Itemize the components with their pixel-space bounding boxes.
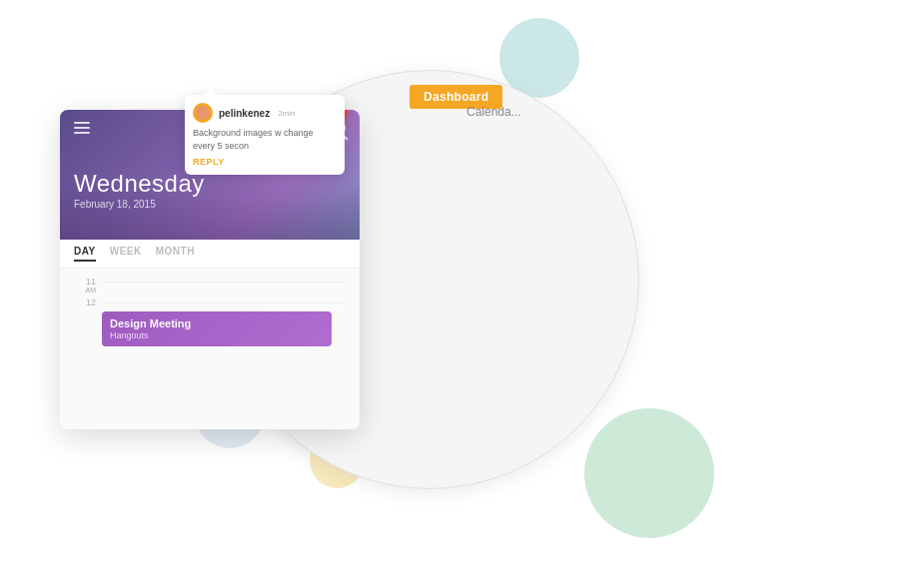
- date-full: February 18, 2015: [74, 199, 205, 210]
- calendar-body: 11 AM 12 Design Meeting Hangouts: [60, 269, 360, 429]
- event-subtitle: Hangouts: [110, 330, 324, 340]
- tab-day[interactable]: DAY: [74, 246, 96, 262]
- notif-avatar: [193, 103, 213, 123]
- time-line-11: [102, 282, 346, 283]
- day-name: Wednesday: [74, 170, 205, 198]
- tab-week[interactable]: WEEK: [110, 246, 142, 262]
- notif-message: Background images w change every 5 secon: [193, 127, 337, 152]
- notif-time: 2min: [278, 109, 295, 118]
- event-title: Design Meeting: [110, 317, 324, 329]
- calendar-tab[interactable]: Calenda...: [466, 105, 521, 119]
- time-label-12: 12: [74, 297, 96, 307]
- time-label-11: 11 AM: [74, 277, 96, 294]
- header-date: Wednesday February 18, 2015: [74, 170, 205, 210]
- menu-line-3: [74, 132, 90, 134]
- notif-header: pelinkenez 2min: [193, 103, 337, 123]
- tab-month[interactable]: MONTH: [156, 246, 195, 262]
- menu-line-1: [74, 122, 90, 124]
- notif-reply-button[interactable]: REPLY: [193, 157, 337, 167]
- time-row-12: 12: [74, 297, 346, 307]
- notification-popup[interactable]: pelinkenez 2min Background images w chan…: [185, 95, 345, 175]
- notif-username: pelinkenez: [219, 108, 270, 119]
- notif-avatar-face: [196, 106, 210, 120]
- menu-line-2: [74, 127, 90, 129]
- scene: Dashboard Calenda... Wednesday February …: [0, 0, 899, 588]
- event-card[interactable]: Design Meeting Hangouts: [102, 311, 332, 346]
- notif-arrow: [205, 89, 217, 95]
- menu-icon[interactable]: [74, 122, 90, 134]
- time-line-12: [102, 302, 346, 303]
- deco-circle-green-bottom: [584, 408, 714, 538]
- time-row-11: 11 AM: [74, 277, 346, 294]
- nav-tabs: DAY WEEK MONTH +: [60, 240, 360, 269]
